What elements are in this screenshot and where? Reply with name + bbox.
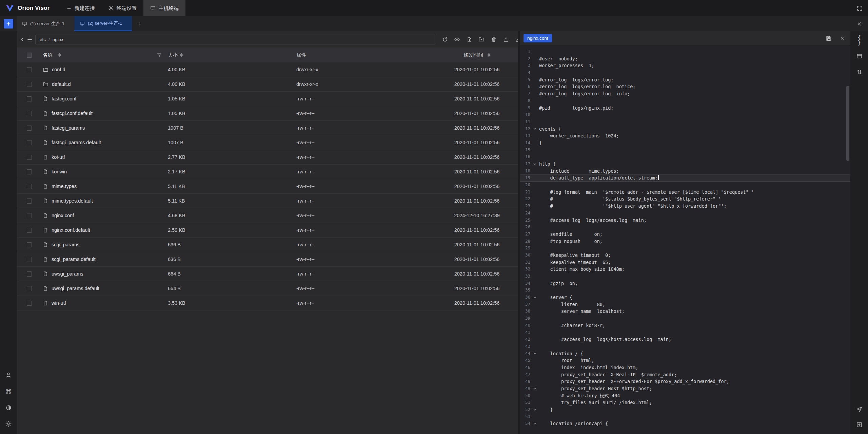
table-row[interactable]: koi-win 2.17 KB -rw-r--r-- 2020-11-01 10…	[17, 165, 518, 179]
fold-icon[interactable]	[530, 422, 539, 426]
code-line[interactable]: 38 server_name localhost;	[520, 308, 850, 315]
row-checkbox[interactable]	[27, 213, 32, 218]
row-checkbox[interactable]	[27, 67, 32, 72]
code-line[interactable]: 18 include mime.types;	[520, 168, 850, 175]
table-row[interactable]: fastcgi.conf.default 1.05 KB -rw-r--r-- …	[17, 106, 518, 121]
row-checkbox[interactable]	[27, 169, 32, 174]
code-line[interactable]: 53	[520, 413, 850, 420]
code-line[interactable]: 50 # web history 模式 404	[520, 392, 850, 399]
table-row[interactable]: win-utf 3.53 KB -rw-r--r-- 2020-11-01 10…	[17, 296, 518, 310]
column-header-size[interactable]: 大小	[168, 52, 178, 58]
row-checkbox[interactable]	[27, 184, 32, 189]
code-line[interactable]: 1	[520, 48, 850, 55]
code-editor[interactable]: 1 2 #user nobody; 3 worker_processes 1; …	[520, 45, 850, 434]
upload-button[interactable]	[501, 35, 511, 44]
code-line[interactable]: 3 worker_processes 1;	[520, 62, 850, 69]
table-row[interactable]: scgi_params.default 636 B -rw-r--r-- 202…	[17, 252, 518, 267]
code-line[interactable]: 39	[520, 315, 850, 322]
code-line[interactable]: 31 keepalive_timeout 65;	[520, 259, 850, 266]
code-line[interactable]: 20	[520, 182, 850, 189]
tab-server-1[interactable]: (1) server-生产-1	[17, 16, 74, 31]
refresh-button[interactable]	[440, 35, 450, 44]
new-connection-button[interactable]	[4, 19, 13, 29]
detach-window-button[interactable]	[854, 51, 864, 61]
breadcrumb-segment-etc[interactable]: etc	[40, 37, 46, 42]
table-row[interactable]: koi-utf 2.77 KB -rw-r--r-- 2020-11-01 10…	[17, 150, 518, 165]
show-hidden-files-button[interactable]	[452, 35, 462, 44]
code-line[interactable]: 21 #log_format main '$remote_addr - $rem…	[520, 189, 850, 196]
code-line[interactable]: 45 root html;	[520, 357, 850, 364]
table-row[interactable]: uwsgi_params 664 B -rw-r--r-- 2020-11-01…	[17, 267, 518, 281]
row-checkbox[interactable]	[27, 82, 32, 87]
json-view-button[interactable]: { }	[854, 35, 864, 45]
file-name[interactable]: scgi_params.default	[52, 257, 96, 262]
code-line[interactable]: 27 sendfile on;	[520, 231, 850, 238]
table-row[interactable]: fastcgi.conf 1.05 KB -rw-r--r-- 2020-11-…	[17, 92, 518, 106]
file-name[interactable]: fastcgi.conf	[52, 96, 76, 101]
code-line[interactable]: 24	[520, 210, 850, 217]
table-row[interactable]: conf.d 4.00 KB drwxr-xr-x 2020-11-01 10:…	[17, 62, 518, 77]
code-line[interactable]: 37 listen 80;	[520, 301, 850, 308]
menu-item-host-terminal[interactable]: 主机终端	[143, 0, 185, 16]
code-line[interactable]: 30 #keepalive_timeout 0;	[520, 252, 850, 259]
code-line[interactable]: 26	[520, 224, 850, 231]
code-line[interactable]: 35	[520, 287, 850, 294]
code-line[interactable]: 52 }	[520, 406, 850, 413]
code-line[interactable]: 10	[520, 111, 850, 118]
code-line[interactable]: 36 server {	[520, 294, 850, 301]
table-row[interactable]: mime.types.default 5.11 KB -rw-r--r-- 20…	[17, 194, 518, 208]
code-line[interactable]: 43	[520, 343, 850, 350]
file-name[interactable]: mime.types	[52, 184, 77, 189]
row-checkbox[interactable]	[27, 126, 32, 131]
table-row[interactable]: uwsgi_params.default 664 B -rw-r--r-- 20…	[17, 281, 518, 296]
back-button[interactable]	[20, 35, 25, 44]
file-name[interactable]: default.d	[52, 81, 71, 87]
save-button[interactable]	[826, 35, 832, 41]
code-line[interactable]: 44 location / {	[520, 350, 850, 357]
editor-close-button[interactable]	[840, 36, 845, 41]
file-name[interactable]: koi-utf	[52, 154, 65, 160]
code-line[interactable]: 29	[520, 245, 850, 252]
column-header-name[interactable]: 名称	[43, 52, 53, 58]
table-row[interactable]: mime.types 5.11 KB -rw-r--r-- 2020-11-01…	[17, 179, 518, 194]
code-line[interactable]: 11	[520, 118, 850, 126]
file-name[interactable]: win-utf	[52, 300, 66, 306]
shortcut-keys-button[interactable]: ⌘	[4, 386, 13, 396]
code-line[interactable]: 19 default_type application/octet-stream…	[520, 174, 850, 182]
code-line[interactable]: 16	[520, 153, 850, 161]
code-line[interactable]: 5 #error_log logs/error.log;	[520, 76, 850, 83]
code-line[interactable]: 48 proxy_set_header X-Forwarded-For $pro…	[520, 378, 850, 385]
file-name[interactable]: koi-win	[52, 169, 67, 174]
table-row[interactable]: nginx.conf 4.68 KB -rw-r--r-- 2024-12-10…	[17, 208, 518, 223]
table-row[interactable]: scgi_params 636 B -rw-r--r-- 2020-11-01 …	[17, 238, 518, 252]
fold-icon[interactable]	[530, 162, 539, 166]
code-line[interactable]: 7 #error_log logs/error.log info;	[520, 90, 850, 97]
code-line[interactable]: 8	[520, 97, 850, 105]
file-name[interactable]: conf.d	[52, 67, 65, 72]
breadcrumb-segment-nginx[interactable]: nginx	[53, 37, 63, 42]
menu-item-terminal-settings[interactable]: 终端设置	[101, 0, 143, 16]
file-name[interactable]: nginx.conf	[52, 213, 74, 218]
breadcrumb[interactable]: etc / nginx	[35, 35, 435, 44]
fold-icon[interactable]	[530, 352, 539, 355]
row-checkbox[interactable]	[27, 301, 32, 306]
sort-name-icon[interactable]	[58, 53, 61, 57]
code-line[interactable]: 42 #access_log logs/host.access.log main…	[520, 336, 850, 343]
code-line[interactable]: 9 #pid logs/nginx.pid;	[520, 105, 850, 112]
directory-list-button[interactable]	[27, 35, 33, 44]
settings-button[interactable]	[4, 419, 13, 429]
code-line[interactable]: 28 #tcp_nopush on;	[520, 238, 850, 245]
file-name[interactable]: fastcgi.conf.default	[52, 111, 93, 116]
theme-button[interactable]	[4, 403, 13, 412]
fold-icon[interactable]	[530, 387, 539, 391]
table-row[interactable]: fastcgi_params 1007 B -rw-r--r-- 2020-11…	[17, 121, 518, 135]
table-row[interactable]: nginx.conf.default 2.59 KB -rw-r--r-- 20…	[17, 223, 518, 238]
code-line[interactable]: 14 }	[520, 139, 850, 147]
code-line[interactable]: 40 #charset koi8-r;	[520, 322, 850, 329]
row-checkbox[interactable]	[27, 140, 32, 145]
fold-icon[interactable]	[530, 296, 539, 299]
code-line[interactable]: 6 #error_log logs/error.log notice;	[520, 83, 850, 90]
code-line[interactable]: 49 proxy_set_header Host $http_host;	[520, 385, 850, 392]
code-line[interactable]: 34 #gzip on;	[520, 280, 850, 287]
code-line[interactable]: 47 proxy_set_header X-Real-IP $remote_ad…	[520, 371, 850, 378]
